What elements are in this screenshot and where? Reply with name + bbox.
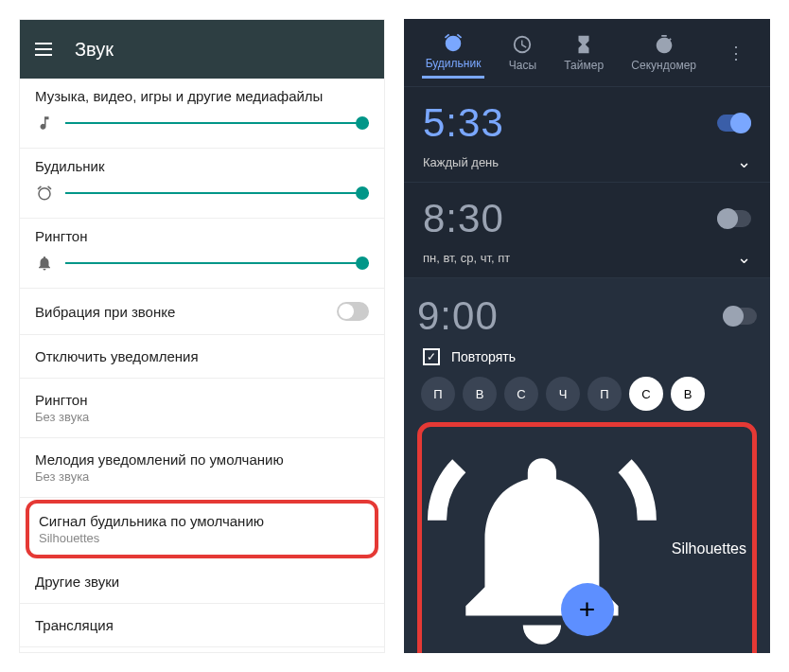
checkbox-icon[interactable]: ✓ xyxy=(423,348,440,365)
alarm-icon xyxy=(35,184,54,203)
alarm-2[interactable]: 8:30 пн, вт, ср, чт, пт ⌄ xyxy=(404,183,770,278)
ring-slider[interactable] xyxy=(65,262,369,264)
tab-bar: Будильник Часы Таймер Секундомер ⋮ xyxy=(404,19,770,87)
media-slider[interactable] xyxy=(65,122,369,124)
music-note-icon xyxy=(35,114,54,133)
media-volume: Музыка, видео, игры и другие медиафайлы xyxy=(20,79,384,149)
day-chip[interactable]: С xyxy=(504,377,538,411)
alarm-slider[interactable] xyxy=(65,192,369,194)
sound-settings-screen: Звук Музыка, видео, игры и другие медиаф… xyxy=(19,19,385,653)
vibrate-on-call[interactable]: Вибрация при звонке xyxy=(20,289,384,335)
alarm-volume: Будильник xyxy=(20,149,384,219)
add-alarm-fab[interactable]: + xyxy=(561,583,614,636)
ringtone-row[interactable]: Рингтон Без звука xyxy=(20,379,384,438)
tab-alarm[interactable]: Будильник xyxy=(422,27,485,79)
day-selector: П В С Ч П С В xyxy=(421,377,753,411)
chevron-down-icon[interactable]: ⌄ xyxy=(737,247,751,268)
alarm-toggle[interactable] xyxy=(717,115,751,132)
day-chip[interactable]: В xyxy=(671,377,705,411)
day-chip[interactable]: С xyxy=(629,377,663,411)
alarm-time[interactable]: 8:30 xyxy=(423,196,504,241)
header: Звук xyxy=(20,20,384,79)
clock-app-screen: Будильник Часы Таймер Секундомер ⋮ 5:33 … xyxy=(404,19,770,653)
day-chip[interactable]: Ч xyxy=(546,377,580,411)
alarm-toggle[interactable] xyxy=(723,308,757,325)
alarm-icon xyxy=(443,32,464,53)
alarm-toggle[interactable] xyxy=(717,210,751,227)
day-chip[interactable]: П xyxy=(587,377,622,411)
overflow-menu[interactable]: ⋮ xyxy=(720,43,752,63)
bell-ring-icon xyxy=(428,434,657,653)
cast-row[interactable]: Трансляция xyxy=(20,604,384,647)
clock-icon xyxy=(512,34,533,55)
day-chip[interactable]: В xyxy=(463,377,497,411)
tab-stopwatch[interactable]: Секундомер xyxy=(627,28,700,78)
repeat-toggle[interactable]: ✓ Повторять xyxy=(423,348,751,365)
do-not-disturb[interactable]: Отключить уведомления xyxy=(20,335,384,379)
day-chip[interactable]: П xyxy=(421,377,455,411)
tab-timer[interactable]: Таймер xyxy=(560,28,607,78)
other-sounds-row[interactable]: Другие звуки xyxy=(20,560,384,604)
page-title: Звук xyxy=(75,39,114,61)
menu-icon[interactable] xyxy=(35,43,52,56)
vibrate-switch[interactable] xyxy=(337,302,369,321)
default-alarm-sound-row[interactable]: Сигнал будильника по умолчанию Silhouett… xyxy=(26,500,378,558)
alarm-1[interactable]: 5:33 Каждый день ⌄ xyxy=(404,87,770,183)
notification-sound-row[interactable]: Мелодия уведомлений по умолчанию Без зву… xyxy=(20,438,384,498)
bell-icon xyxy=(35,254,54,273)
ringtone-volume: Рингтон xyxy=(20,219,384,289)
stopwatch-icon xyxy=(654,34,675,55)
alarm-time[interactable]: 9:00 xyxy=(417,293,499,339)
tab-clock[interactable]: Часы xyxy=(505,28,540,78)
hourglass-icon xyxy=(573,34,594,55)
chevron-down-icon[interactable]: ⌄ xyxy=(737,151,751,172)
alarm-time[interactable]: 5:33 xyxy=(423,100,504,146)
